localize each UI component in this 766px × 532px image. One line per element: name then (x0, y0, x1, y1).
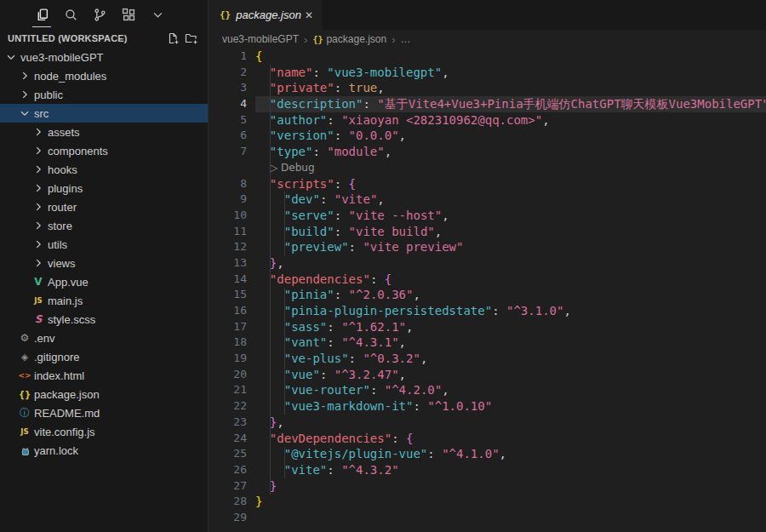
code-line-8[interactable]: 8 "scripts": { (209, 176, 766, 192)
code-line-4[interactable]: 4 "description": "基于Vite4+Vue3+Pinia手机端仿… (209, 96, 766, 112)
chevron-right-icon (31, 123, 46, 141)
gear-file-icon: ⚙ (17, 329, 32, 347)
vue-file-icon: V (31, 272, 46, 291)
tree-item-vite-config-js[interactable]: JSvite.config.js (0, 422, 208, 441)
chevron-right-icon (31, 179, 46, 197)
code-line-2[interactable]: 2 "name": "vue3-mobilegpt", (209, 65, 766, 81)
code-line-24[interactable]: 24 "devDependencies": { (209, 431, 766, 447)
tree-item-src[interactable]: src (0, 104, 208, 123)
codelens-row: ▷ Debug (209, 160, 766, 176)
line-number: 7 (209, 144, 247, 160)
code-line-6[interactable]: 6 "version": "0.0.0", (209, 128, 766, 144)
explorer-section-header[interactable]: UNTITLED (WORKSPACE) (0, 29, 208, 48)
new-folder-button[interactable] (182, 30, 201, 47)
tree-item-readme-md[interactable]: ⓘREADME.md (0, 403, 208, 422)
code-line-21[interactable]: 21 "vue-router": "^4.2.0", (209, 382, 766, 398)
tree-item-label: package.json (34, 388, 100, 401)
tree-item-assets[interactable]: assets (0, 123, 208, 141)
yarn-file-icon (17, 441, 32, 460)
chevron-right-icon (31, 160, 46, 179)
html-file-icon: <> (17, 366, 32, 385)
extensions-icon[interactable] (116, 2, 141, 27)
tree-item-style-scss[interactable]: Sstyle.scss (0, 310, 208, 329)
breadcrumb-item[interactable]: vue3-mobileGPT (222, 33, 299, 45)
tree-item-utils[interactable]: utils (0, 235, 208, 254)
tree-item-main-js[interactable]: JSmain.js (0, 291, 208, 310)
tree-item-label: yarn.lock (34, 444, 78, 457)
tree-item-views[interactable]: views (0, 254, 208, 272)
new-file-button[interactable] (163, 30, 182, 47)
tab-package-json[interactable]: {} package.json ✕ (209, 0, 322, 30)
code-line-28[interactable]: 28} (209, 494, 766, 510)
sidebar: UNTITLED (WORKSPACE) vue3-mobileGPTnode_… (0, 0, 209, 532)
code-line-9[interactable]: 9 "dev": "vite", (209, 192, 766, 208)
tree-item-components[interactable]: components (0, 141, 208, 160)
code-line-26[interactable]: 26 "vite": "^4.3.2" (209, 462, 766, 478)
code-line-text: "build": "vite build", (255, 224, 747, 240)
tree-item-app-vue[interactable]: VApp.vue (0, 272, 208, 291)
code-line-text: "name": "vue3-mobilegpt", (255, 65, 747, 81)
code-line-13[interactable]: 13 }, (209, 255, 766, 272)
line-number: 22 (209, 398, 247, 415)
close-tab-icon[interactable]: ✕ (303, 8, 315, 23)
code-line-29[interactable]: 29 (209, 510, 766, 526)
code-line-15[interactable]: 15 "pinia": "^2.0.36", (209, 287, 766, 303)
code-line-text: "vant": "^4.3.1", (255, 335, 747, 351)
indent-guide (284, 192, 285, 255)
info-file-icon: ⓘ (17, 403, 32, 422)
code-line-23[interactable]: 23 }, (209, 415, 766, 431)
code-line-5[interactable]: 5 "author": "xiaoyan <282310962@qq.com>"… (209, 112, 766, 129)
code-line-22[interactable]: 22 "vue3-markdown-it": "^1.0.10" (209, 398, 766, 415)
search-icon[interactable] (58, 2, 83, 27)
code-line-18[interactable]: 18 "vant": "^4.3.1", (209, 335, 766, 351)
code-line-text: } (255, 478, 747, 495)
tree-item-label: public (34, 89, 63, 101)
tree-item-vue3-mobilegpt[interactable]: vue3-mobileGPT (0, 48, 208, 66)
code-line-11[interactable]: 11 "build": "vite build", (209, 224, 766, 240)
tree-item-hooks[interactable]: hooks (0, 160, 208, 179)
code-line-12[interactable]: 12 "preview": "vite preview" (209, 239, 766, 255)
editor-group: {} package.json ✕ vue3-mobileGPT›{}packa… (209, 0, 766, 532)
tree-item--env[interactable]: ⚙.env (0, 329, 208, 347)
code-line-16[interactable]: 16 "pinia-plugin-persistedstate": "^3.1.… (209, 303, 766, 319)
tree-item-plugins[interactable]: plugins (0, 179, 208, 197)
code-line-10[interactable]: 10 "serve": "vite --host", (209, 208, 766, 224)
breadcrumb-item[interactable]: … (401, 33, 411, 45)
tree-item-label: index.html (34, 369, 84, 382)
code-line-14[interactable]: 14 "dependencies": { (209, 272, 766, 288)
code-line-17[interactable]: 17 "sass": "^1.62.1", (209, 319, 766, 335)
breadcrumb-item[interactable]: {}package.json (312, 33, 386, 45)
source-control-icon[interactable] (87, 2, 112, 27)
code-line-19[interactable]: 19 "ve-plus": "^0.3.2", (209, 351, 766, 367)
code-line-7[interactable]: 7 "type": "module", (209, 144, 766, 160)
code-line-20[interactable]: 20 "vue": "^3.2.47", (209, 367, 766, 383)
line-number: 13 (209, 255, 247, 272)
tree-item-label: vite.config.js (34, 426, 95, 438)
code-line-text: "vue-router": "^4.2.0", (255, 382, 747, 398)
tree-item-label: hooks (48, 163, 77, 176)
line-number: 27 (209, 478, 247, 495)
line-number: 15 (209, 287, 247, 303)
tree-item-yarn-lock[interactable]: yarn.lock (0, 441, 208, 460)
code-line-text: }, (255, 255, 747, 272)
line-number: 1 (209, 49, 247, 65)
code-line-25[interactable]: 25 "@vitejs/plugin-vue": "^4.1.0", (209, 446, 766, 462)
tree-item-router[interactable]: router (0, 197, 208, 216)
indent-guide (284, 447, 285, 478)
code-line-text: "@vitejs/plugin-vue": "^4.1.0", (255, 446, 747, 462)
tree-item-package-json[interactable]: {}package.json (0, 385, 208, 403)
tree-item-index-html[interactable]: <>index.html (0, 366, 208, 385)
tree-item-store[interactable]: store (0, 216, 208, 235)
code-line-27[interactable]: 27 } (209, 478, 766, 495)
more-icon[interactable] (145, 2, 170, 27)
code-editor[interactable]: 1{2 "name": "vue3-mobilegpt",3 "private"… (209, 49, 766, 526)
tree-item-public[interactable]: public (0, 85, 208, 104)
codelens-debug-link[interactable]: ▷ Debug (255, 160, 766, 176)
tree-item-node-modules[interactable]: node_modules (0, 66, 208, 85)
code-line-1[interactable]: 1{ (209, 49, 766, 65)
chevron-right-icon (17, 85, 32, 104)
code-line-3[interactable]: 3 "private": true, (209, 80, 766, 96)
explorer-icon[interactable] (29, 2, 54, 27)
tree-item--gitignore[interactable]: ◈.gitignore (0, 347, 208, 366)
tab-bar: {} package.json ✕ (209, 0, 766, 30)
